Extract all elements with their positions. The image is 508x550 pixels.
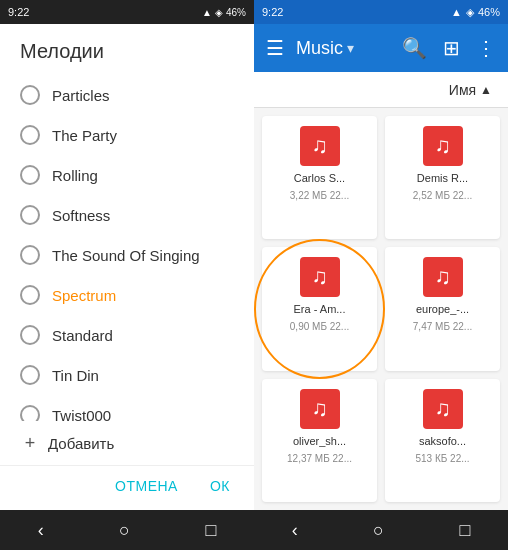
melody-name: Tin Din — [52, 367, 99, 384]
signal-icon: ▲ — [202, 7, 212, 18]
right-back-icon[interactable]: ‹ — [292, 520, 298, 541]
toolbar-title-group: Music ▾ — [296, 38, 390, 59]
music-file-info: 12,37 МБ 22... — [287, 453, 352, 464]
music-card-icon-wrap: ♫ — [423, 126, 463, 166]
right-recents-icon[interactable]: □ — [459, 520, 470, 541]
right-panel: 9:22 ▲ ◈ 46% ☰ Music ▾ 🔍 ⊞ ⋮ Имя ▲ ♫Carl… — [254, 0, 508, 550]
music-card-icon-wrap: ♫ — [423, 389, 463, 429]
radio-circle — [20, 325, 40, 345]
music-file-info: 2,52 МБ 22... — [413, 190, 472, 201]
music-card[interactable]: ♫europe_-...7,47 МБ 22... — [385, 247, 500, 370]
cancel-button[interactable]: ОТМЕНА — [107, 474, 186, 498]
right-time: 9:22 — [262, 6, 283, 18]
radio-circle — [20, 405, 40, 421]
melody-name: Particles — [52, 87, 110, 104]
back-nav-icon[interactable]: ‹ — [38, 520, 44, 541]
music-note-icon: ♫ — [434, 133, 451, 159]
melody-item[interactable]: Particles — [0, 75, 254, 115]
right-wifi-icon: ◈ — [466, 6, 474, 19]
music-card[interactable]: ♫oliver_sh...12,37 МБ 22... — [262, 379, 377, 502]
sort-label: Имя — [449, 82, 476, 98]
music-card[interactable]: ♫saksofo...513 КБ 22... — [385, 379, 500, 502]
music-file-name: europe_-... — [416, 303, 469, 315]
music-card-icon-wrap: ♫ — [300, 126, 340, 166]
radio-circle — [20, 205, 40, 225]
music-card[interactable]: ♫Demis R...2,52 МБ 22... — [385, 116, 500, 239]
music-file-name: oliver_sh... — [293, 435, 346, 447]
music-card-icon-wrap: ♫ — [300, 257, 340, 297]
melody-item[interactable]: Spectrum — [0, 275, 254, 315]
music-card[interactable]: ♫Carlos S...3,22 МБ 22... — [262, 116, 377, 239]
music-file-name: Era - Am... — [294, 303, 346, 315]
add-melody-button[interactable]: + Добавить — [0, 421, 254, 465]
wifi-icon: ◈ — [215, 7, 223, 18]
right-status-icons: ▲ ◈ 46% — [451, 6, 500, 19]
left-nav-bar: ‹ ○ □ — [0, 510, 254, 550]
left-time: 9:22 — [8, 6, 29, 18]
melody-name: The Sound Of Singing — [52, 247, 200, 264]
melody-name: Softness — [52, 207, 110, 224]
menu-icon[interactable]: ☰ — [262, 32, 288, 64]
melody-name: Spectrum — [52, 287, 116, 304]
radio-circle — [20, 125, 40, 145]
ok-button[interactable]: ОК — [202, 474, 238, 498]
music-note-icon: ♫ — [311, 264, 328, 290]
radio-circle — [20, 165, 40, 185]
right-nav-bar: ‹ ○ □ — [254, 510, 508, 550]
music-card-icon-wrap: ♫ — [423, 257, 463, 297]
melody-item[interactable]: Rolling — [0, 155, 254, 195]
radio-circle — [20, 85, 40, 105]
music-note-icon: ♫ — [434, 396, 451, 422]
melody-item[interactable]: Tin Din — [0, 355, 254, 395]
melody-item[interactable]: The Sound Of Singing — [0, 235, 254, 275]
sort-asc-icon: ▲ — [480, 83, 492, 97]
toolbar-dropdown-icon[interactable]: ▾ — [347, 40, 354, 56]
melody-item[interactable]: Twist000 — [0, 395, 254, 421]
right-home-icon[interactable]: ○ — [373, 520, 384, 541]
melody-list: ParticlesThe PartyRollingSoftnessThe Sou… — [0, 71, 254, 421]
music-file-info: 0,90 МБ 22... — [290, 321, 349, 332]
music-note-icon: ♫ — [311, 133, 328, 159]
music-toolbar: ☰ Music ▾ 🔍 ⊞ ⋮ — [254, 24, 508, 72]
left-status-bar: 9:22 ▲ ◈ 46% — [0, 0, 254, 24]
melody-item[interactable]: Standard — [0, 315, 254, 355]
search-icon[interactable]: 🔍 — [398, 32, 431, 64]
plus-icon: + — [20, 433, 40, 453]
sort-bar: Имя ▲ — [254, 72, 508, 108]
music-file-name: Demis R... — [417, 172, 468, 184]
radio-circle — [20, 285, 40, 305]
music-note-icon: ♫ — [311, 396, 328, 422]
music-file-info: 7,47 МБ 22... — [413, 321, 472, 332]
battery-icon: 46% — [226, 7, 246, 18]
left-status-icons: ▲ ◈ 46% — [202, 7, 246, 18]
melody-name: The Party — [52, 127, 117, 144]
melody-name: Standard — [52, 327, 113, 344]
music-file-info: 513 КБ 22... — [415, 453, 469, 464]
melodies-title: Мелодии — [0, 24, 254, 71]
melody-item[interactable]: Softness — [0, 195, 254, 235]
more-options-icon[interactable]: ⋮ — [472, 32, 500, 64]
music-note-icon: ♫ — [434, 264, 451, 290]
right-status-bar: 9:22 ▲ ◈ 46% — [254, 0, 508, 24]
dialog-actions: ОТМЕНА ОК — [0, 465, 254, 510]
right-signal-icon: ▲ — [451, 6, 462, 18]
music-file-name: saksofo... — [419, 435, 466, 447]
music-grid: ♫Carlos S...3,22 МБ 22...♫Demis R...2,52… — [254, 108, 508, 510]
melody-name: Rolling — [52, 167, 98, 184]
grid-view-icon[interactable]: ⊞ — [439, 32, 464, 64]
music-card-icon-wrap: ♫ — [300, 389, 340, 429]
toolbar-title-text: Music — [296, 38, 343, 59]
melody-item[interactable]: The Party — [0, 115, 254, 155]
home-nav-icon[interactable]: ○ — [119, 520, 130, 541]
melody-name: Twist000 — [52, 407, 111, 422]
add-label: Добавить — [48, 435, 114, 452]
right-battery-icon: 46% — [478, 6, 500, 18]
radio-circle — [20, 245, 40, 265]
music-file-name: Carlos S... — [294, 172, 345, 184]
music-card[interactable]: ♫Era - Am...0,90 МБ 22... — [262, 247, 377, 370]
recents-nav-icon[interactable]: □ — [205, 520, 216, 541]
music-file-info: 3,22 МБ 22... — [290, 190, 349, 201]
radio-circle — [20, 365, 40, 385]
left-panel: 9:22 ▲ ◈ 46% Мелодии ParticlesThe PartyR… — [0, 0, 254, 550]
